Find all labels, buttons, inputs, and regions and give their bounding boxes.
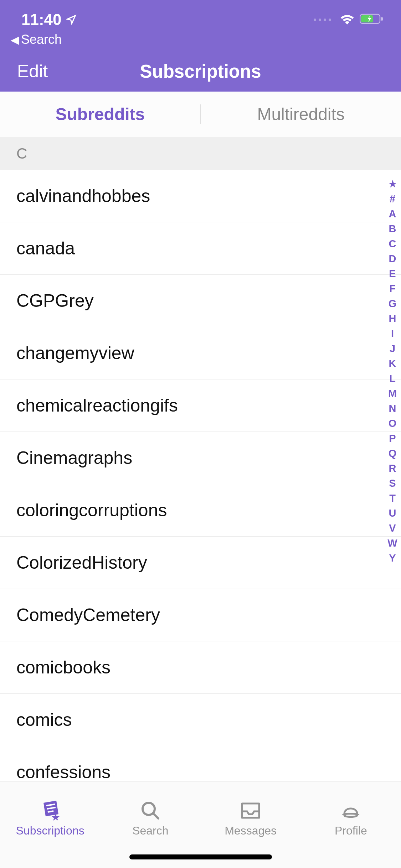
index-letter[interactable]: L bbox=[389, 371, 396, 386]
list-item[interactable]: comics bbox=[0, 694, 401, 746]
edit-button[interactable]: Edit bbox=[17, 61, 88, 82]
app-header: 11:40 bbox=[0, 0, 401, 92]
subscriptions-icon bbox=[40, 801, 61, 821]
index-letter[interactable]: E bbox=[389, 266, 396, 281]
segment-tabs: Subreddits Multireddits bbox=[0, 92, 401, 137]
profile-helmet-icon bbox=[341, 801, 361, 821]
index-letter[interactable]: K bbox=[389, 356, 396, 371]
back-triangle-icon: ◀ bbox=[11, 33, 19, 46]
index-letter[interactable]: C bbox=[389, 236, 396, 251]
list-item[interactable]: coloringcorruptions bbox=[0, 484, 401, 537]
tabbar-subscriptions-label: Subscriptions bbox=[16, 824, 84, 837]
tabbar-search[interactable]: Search bbox=[100, 781, 200, 850]
index-letter[interactable]: G bbox=[389, 296, 397, 311]
svg-rect-1 bbox=[381, 17, 383, 21]
index-letter[interactable]: O bbox=[389, 416, 397, 431]
index-letter[interactable]: J bbox=[390, 341, 395, 356]
index-letter[interactable]: N bbox=[389, 401, 396, 416]
index-letter[interactable]: I bbox=[391, 326, 394, 341]
tabbar-profile-label: Profile bbox=[335, 824, 367, 837]
index-letter[interactable]: S bbox=[389, 476, 396, 491]
index-letter[interactable]: A bbox=[389, 206, 396, 221]
cellular-dots-icon bbox=[314, 19, 331, 21]
back-label: Search bbox=[21, 32, 62, 47]
index-strip[interactable]: ★#ABCDEFGHIJKLMNOPQRSTUVWY bbox=[386, 176, 399, 565]
index-letter[interactable]: V bbox=[389, 521, 396, 536]
index-letter[interactable]: # bbox=[390, 191, 395, 206]
home-indicator[interactable] bbox=[129, 854, 272, 859]
list-item[interactable]: canada bbox=[0, 222, 401, 275]
list-item[interactable]: CGPGrey bbox=[0, 275, 401, 327]
list-item[interactable]: comicbooks bbox=[0, 641, 401, 694]
index-letter[interactable]: ★ bbox=[389, 176, 397, 191]
tabbar-subscriptions[interactable]: Subscriptions bbox=[0, 781, 100, 850]
status-right bbox=[314, 13, 383, 26]
inbox-icon bbox=[240, 801, 261, 821]
tabbar-search-label: Search bbox=[132, 824, 168, 837]
index-letter[interactable]: B bbox=[389, 221, 396, 236]
tab-multireddits[interactable]: Multireddits bbox=[201, 92, 401, 137]
tab-subreddits-label: Subreddits bbox=[56, 104, 145, 124]
index-letter[interactable]: D bbox=[389, 251, 396, 266]
list-item[interactable]: Cinemagraphs bbox=[0, 432, 401, 484]
index-letter[interactable]: W bbox=[387, 536, 397, 551]
wifi-icon bbox=[340, 13, 355, 26]
tab-multireddits-label: Multireddits bbox=[257, 104, 344, 124]
tabbar-messages[interactable]: Messages bbox=[201, 781, 301, 850]
section-header-letter: C bbox=[0, 137, 401, 170]
svg-line-7 bbox=[153, 813, 158, 818]
svg-rect-2 bbox=[361, 15, 373, 22]
battery-charging-icon bbox=[360, 13, 383, 26]
tabbar-messages-label: Messages bbox=[225, 824, 277, 837]
index-letter[interactable]: P bbox=[389, 431, 396, 446]
index-letter[interactable]: Q bbox=[389, 446, 397, 461]
subreddit-list[interactable]: calvinandhobbescanadaCGPGreychangemyview… bbox=[0, 170, 401, 851]
list-container: C calvinandhobbescanadaCGPGreychangemyvi… bbox=[0, 137, 401, 851]
page-title: Subscriptions bbox=[140, 61, 261, 82]
location-icon bbox=[66, 11, 77, 29]
nav-row: Edit Subscriptions bbox=[0, 53, 401, 89]
list-item[interactable]: ColorizedHistory bbox=[0, 537, 401, 589]
tabbar-profile[interactable]: Profile bbox=[301, 781, 401, 850]
list-item[interactable]: ComedyCemetery bbox=[0, 589, 401, 641]
index-letter[interactable]: U bbox=[389, 506, 396, 521]
index-letter[interactable]: R bbox=[389, 461, 396, 476]
index-letter[interactable]: Y bbox=[389, 551, 396, 565]
back-to-search[interactable]: ◀ Search bbox=[0, 29, 401, 47]
index-letter[interactable]: M bbox=[388, 386, 397, 401]
index-letter[interactable]: H bbox=[389, 311, 396, 326]
list-item[interactable]: chemicalreactiongifs bbox=[0, 379, 401, 432]
status-left: 11:40 bbox=[21, 11, 77, 29]
tab-subreddits[interactable]: Subreddits bbox=[0, 92, 200, 137]
status-bar: 11:40 bbox=[0, 0, 401, 29]
index-letter[interactable]: F bbox=[389, 281, 396, 296]
status-time: 11:40 bbox=[21, 11, 62, 29]
search-icon bbox=[140, 801, 160, 821]
index-letter[interactable]: T bbox=[389, 491, 396, 506]
list-item[interactable]: calvinandhobbes bbox=[0, 170, 401, 222]
list-item[interactable]: changemyview bbox=[0, 327, 401, 379]
